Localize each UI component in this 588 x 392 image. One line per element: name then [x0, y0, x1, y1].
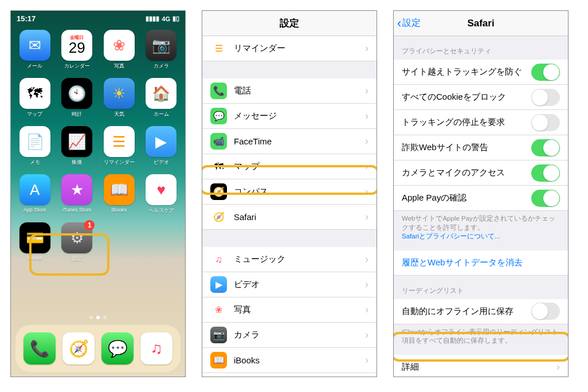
sw-fraud-warn-switch[interactable] — [531, 139, 560, 156]
app-label: 写真 — [114, 62, 124, 70]
app-maps-icon: 🗺 — [19, 78, 50, 109]
chevron-right-icon: › — [365, 186, 369, 198]
row-label: Apple Payの確認 — [402, 193, 531, 203]
chevron-right-icon: › — [556, 361, 560, 373]
app-itunes-icon: ★ — [61, 174, 92, 205]
sw-offline-switch[interactable] — [531, 303, 560, 320]
network-label: 4G — [162, 15, 170, 22]
row-compass-icon: 🧭 — [210, 183, 227, 200]
app-maps[interactable]: 🗺マップ — [15, 78, 54, 118]
chevron-right-icon: › — [365, 42, 369, 54]
row-label: 写真 — [234, 304, 362, 315]
app-home[interactable]: 🏠ホーム — [142, 78, 181, 118]
row-music-icon: ♫ — [210, 251, 227, 268]
chevron-left-icon: ‹ — [397, 16, 401, 31]
app-clock[interactable]: 🕙時計 — [58, 78, 97, 118]
app-videos[interactable]: ▶ビデオ — [142, 126, 181, 166]
status-bar: 15:17 ▮▮▮▮ 4G ▮▯ — [11, 11, 185, 24]
row-photos-icon: ❀ — [210, 301, 227, 318]
row-detail[interactable]: 詳細› — [394, 355, 568, 377]
app-label: iBooks — [111, 207, 127, 213]
row-label: トラッキングの停止を要求 — [402, 117, 531, 128]
app-weather[interactable]: ☀天気 — [100, 78, 139, 118]
row-label: 自動的にオフライン用に保存 — [402, 306, 531, 317]
row-label: ビデオ — [234, 279, 362, 290]
row-music[interactable]: ♫ミュージック› — [202, 247, 377, 272]
app-label: 時計 — [72, 111, 82, 118]
row-ibooks[interactable]: 📖iBooks› — [202, 348, 377, 373]
row-label: マップ — [234, 161, 362, 172]
row-label: リマインダー — [234, 43, 362, 54]
sw-do-not-track-switch[interactable] — [531, 114, 560, 131]
app-home-icon: 🏠 — [146, 78, 177, 109]
app-photos[interactable]: ❀写真 — [100, 30, 139, 70]
sw-apple-pay-switch[interactable] — [531, 190, 560, 207]
chevron-right-icon: › — [365, 110, 369, 122]
app-clock-icon: 🕙 — [61, 78, 92, 109]
row-safari[interactable]: 🧭Safari› — [202, 205, 377, 230]
app-wallet[interactable]: 💳Wallet — [15, 222, 54, 262]
row-reminders-icon: ☰ — [210, 40, 227, 57]
app-health[interactable]: ♥ヘルスケア — [142, 174, 181, 214]
app-label: 天気 — [114, 111, 124, 118]
sw-do-not-track: トラッキングの停止を要求 — [394, 110, 568, 135]
row-compass[interactable]: 🧭コンパス› — [202, 179, 377, 205]
sw-cross-track-switch[interactable] — [531, 64, 560, 81]
navbar-title: Safari — [467, 18, 494, 29]
app-ibooks[interactable]: 📖iBooks — [100, 174, 139, 214]
row-clear-history[interactable]: 履歴とWebサイトデータを消去 — [394, 250, 568, 276]
row-videos[interactable]: ▶ビデオ› — [202, 272, 377, 297]
chevron-right-icon: › — [365, 85, 369, 97]
chevron-right-icon: › — [365, 354, 369, 366]
settings-screen: 設定 ☰リマインダー›📞電話›💬メッセージ›📹FaceTime›🗺マップ›🧭コン… — [202, 10, 377, 377]
row-camera-icon: 📷 — [210, 327, 227, 343]
app-notes[interactable]: 📄メモ — [15, 126, 54, 166]
app-itunes[interactable]: ★iTunes Store — [58, 174, 97, 214]
app-label: マップ — [27, 111, 42, 118]
page-indicator[interactable] — [11, 316, 185, 319]
row-phone[interactable]: 📞電話› — [202, 79, 377, 104]
sw-cross-track: サイト越えトラッキングを防ぐ — [394, 60, 568, 85]
home-screen: 15:17 ▮▮▮▮ 4G ▮▯ ✉︎メール金曜日29カレンダー❀写真📷カメラ🗺… — [10, 10, 186, 377]
sw-cam-mic: カメラとマイクのアクセス — [394, 160, 568, 186]
chevron-right-icon: › — [365, 304, 369, 316]
app-reminders[interactable]: ☰リマインダー — [100, 126, 139, 166]
row-podcast[interactable]: ◉Podcast› — [202, 373, 377, 377]
sec-reading-header: リーディングリスト — [394, 276, 568, 299]
app-ibooks-icon: 📖 — [104, 174, 135, 205]
app-settings[interactable]: ⚙1設定 — [58, 222, 97, 262]
app-calendar[interactable]: 金曜日29カレンダー — [58, 30, 97, 70]
sw-apple-pay: Apple Payの確認 — [394, 186, 568, 211]
chevron-right-icon: › — [365, 329, 369, 341]
app-label: メール — [27, 62, 42, 70]
app-label: 設定 — [72, 255, 82, 262]
dock-phone[interactable]: 📞 — [23, 332, 56, 364]
row-reminders[interactable]: ☰リマインダー› — [202, 36, 377, 61]
dock-messages[interactable]: 💬 — [101, 332, 134, 364]
back-button[interactable]: ‹ 設定 — [397, 16, 421, 31]
sw-block-cookies-switch[interactable] — [531, 89, 560, 106]
row-photos[interactable]: ❀写真› — [202, 297, 377, 323]
dock-safari[interactable]: 🧭 — [62, 332, 95, 364]
app-stocks[interactable]: 📈株価 — [58, 126, 97, 166]
battery-icon: ▮▯ — [173, 15, 179, 22]
app-label: ホーム — [154, 111, 169, 118]
row-facetime-icon: 📹 — [210, 133, 227, 150]
row-label: 電話 — [234, 85, 362, 96]
row-maps[interactable]: 🗺マップ› — [202, 154, 377, 179]
app-camera[interactable]: 📷カメラ — [142, 30, 181, 70]
privacy-link[interactable]: Safariとプライバシーについて... — [402, 233, 500, 240]
row-label: ミュージック — [234, 254, 362, 265]
row-facetime[interactable]: 📹FaceTime› — [202, 129, 377, 154]
app-appstore[interactable]: AApp Store — [15, 174, 54, 214]
row-phone-icon: 📞 — [210, 83, 227, 99]
back-label: 設定 — [402, 17, 421, 29]
sec-privacy-footer: WebサイトでApple Payが設定されているかチェックすることを許可します。… — [394, 211, 568, 244]
row-messages[interactable]: 💬メッセージ› — [202, 104, 377, 129]
row-camera[interactable]: 📷カメラ› — [202, 323, 377, 348]
dock-music[interactable]: ♫ — [140, 332, 173, 364]
sw-offline: 自動的にオフライン用に保存 — [394, 299, 568, 324]
row-messages-icon: 💬 — [210, 108, 227, 124]
sw-cam-mic-switch[interactable] — [531, 164, 560, 182]
app-mail[interactable]: ✉︎メール — [15, 30, 54, 70]
